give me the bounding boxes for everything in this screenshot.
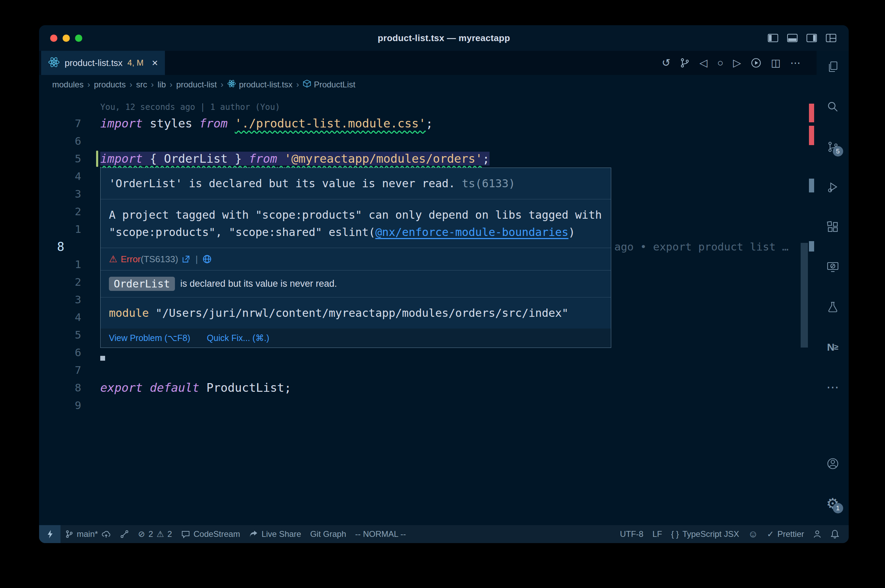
globe-icon[interactable] bbox=[203, 255, 212, 264]
search-icon[interactable] bbox=[825, 99, 840, 114]
run-file-icon[interactable] bbox=[751, 58, 761, 68]
breadcrumb-file[interactable]: product-list.tsx bbox=[227, 80, 293, 90]
open-changes-icon[interactable] bbox=[680, 58, 690, 68]
line-number[interactable]: 7 bbox=[39, 362, 91, 379]
remote-indicator[interactable] bbox=[39, 525, 60, 543]
line-number[interactable]: 9 bbox=[39, 397, 91, 414]
overview-error-mark bbox=[809, 104, 814, 122]
toggle-right-sidebar-icon[interactable] bbox=[807, 34, 817, 42]
line-number[interactable]: 8 bbox=[39, 238, 91, 256]
editor[interactable]: 76543218123456789 You, 12 seconds ago | … bbox=[39, 94, 817, 525]
account-icon[interactable] bbox=[825, 456, 840, 471]
hover-error-row: ⚠ Error(TS6133) | bbox=[101, 248, 611, 270]
vim-mode-indicator[interactable]: -- NORMAL -- bbox=[350, 525, 410, 543]
editor-actions: ↺ ◁ ○ ▷ ◫ ⋯ bbox=[662, 51, 801, 75]
line-number[interactable]: 2 bbox=[39, 273, 91, 291]
window-controls bbox=[50, 25, 82, 51]
braces-icon: { } bbox=[671, 530, 679, 538]
line-number[interactable]: 6 bbox=[39, 132, 91, 150]
breadcrumb-src[interactable]: src bbox=[136, 80, 147, 90]
breadcrumb-lib[interactable]: lib bbox=[158, 80, 166, 90]
quick-fix-link[interactable]: Quick Fix... (⌘.) bbox=[207, 333, 269, 343]
line-number[interactable]: 1 bbox=[39, 220, 91, 238]
code-line[interactable] bbox=[91, 397, 817, 414]
breadcrumb-modules[interactable]: modules bbox=[52, 80, 84, 90]
gutter-modified-indicator bbox=[96, 151, 98, 167]
run-debug-icon[interactable] bbox=[825, 179, 840, 195]
hover-resize-handle[interactable] bbox=[100, 356, 105, 361]
git-graph-status[interactable]: Git Graph bbox=[306, 525, 350, 543]
breadcrumb-product-list[interactable]: product-list bbox=[176, 80, 217, 90]
scm-badge: 5 bbox=[833, 146, 843, 156]
settings-gear-icon[interactable]: ⚙ 1 bbox=[825, 496, 840, 511]
line-number[interactable]: 5 bbox=[39, 326, 91, 344]
overview-error-mark bbox=[809, 126, 814, 145]
git-branch-status[interactable]: main* bbox=[60, 525, 116, 543]
split-editor-icon[interactable]: ◫ bbox=[771, 58, 781, 68]
toggle-left-sidebar-icon[interactable] bbox=[768, 34, 778, 42]
minimize-window-button[interactable] bbox=[63, 34, 70, 42]
breadcrumb-products[interactable]: products bbox=[94, 80, 126, 90]
code-line[interactable]: export default ProductList; bbox=[91, 379, 817, 397]
tab-close-icon[interactable]: × bbox=[152, 58, 158, 68]
codestream-status[interactable]: CodeStream bbox=[177, 525, 245, 543]
code-line[interactable] bbox=[91, 362, 817, 379]
line-number[interactable]: 6 bbox=[39, 344, 91, 362]
code-line[interactable]: import { OrderList } from '@myreactapp/m… bbox=[91, 150, 817, 168]
close-window-button[interactable] bbox=[50, 34, 57, 42]
remote-explorer-icon[interactable] bbox=[825, 260, 840, 274]
view-problem-link[interactable]: View Problem (⌥F8) bbox=[109, 333, 190, 343]
tab-product-list[interactable]: product-list.tsx 4, M × bbox=[41, 51, 165, 75]
live-share-status[interactable]: Live Share bbox=[244, 525, 306, 543]
more-actions-icon[interactable]: ⋯ bbox=[790, 58, 801, 68]
encoding-status[interactable]: UTF-8 bbox=[615, 525, 648, 543]
testing-beaker-icon[interactable] bbox=[825, 300, 840, 315]
line-number[interactable] bbox=[39, 97, 91, 115]
cloud-upload-icon bbox=[101, 530, 111, 538]
additional-views-icon[interactable]: ⋯ bbox=[825, 380, 840, 395]
next-change-icon[interactable]: ▷ bbox=[733, 58, 741, 68]
open-external-icon[interactable] bbox=[182, 255, 191, 264]
change-marker-icon[interactable]: ○ bbox=[717, 58, 723, 68]
language-mode-status[interactable]: { } TypeScript JSX bbox=[667, 525, 744, 543]
hover-message-row: OrderList is declared but its value is n… bbox=[101, 270, 611, 297]
code-line[interactable] bbox=[91, 132, 817, 150]
breadcrumb-separator: › bbox=[87, 80, 90, 90]
hover-widget: 'OrderList' is declared but its value is… bbox=[100, 168, 611, 348]
line-number[interactable]: 7 bbox=[39, 115, 91, 132]
code-line[interactable]: You, 12 seconds ago | 1 author (You) bbox=[91, 97, 817, 115]
line-number[interactable]: 8 bbox=[39, 379, 91, 397]
previous-change-icon[interactable]: ◁ bbox=[699, 58, 707, 68]
nx-console-icon[interactable]: N≥ bbox=[825, 340, 840, 355]
line-number[interactable]: 2 bbox=[39, 203, 91, 220]
line-number[interactable]: 4 bbox=[39, 309, 91, 326]
commit-graph-icon[interactable] bbox=[116, 525, 134, 543]
zoom-window-button[interactable] bbox=[75, 34, 82, 42]
customize-layout-icon[interactable] bbox=[826, 34, 836, 42]
line-number[interactable]: 3 bbox=[39, 291, 91, 309]
eslint-rule-link[interactable]: @nx/enforce-module-boundaries bbox=[376, 226, 569, 239]
problems-status[interactable]: ⊘ 2 ⚠ 2 bbox=[134, 525, 176, 543]
prettier-status[interactable]: ✓ Prettier bbox=[763, 525, 808, 543]
overview-info-mark bbox=[809, 241, 814, 252]
line-number[interactable]: 5 bbox=[39, 150, 91, 168]
explorer-icon[interactable] bbox=[825, 59, 840, 74]
code-line[interactable]: import styles from './product-list.modul… bbox=[91, 115, 817, 132]
extensions-icon[interactable] bbox=[825, 219, 840, 235]
toggle-panel-icon[interactable] bbox=[787, 34, 798, 42]
breadcrumb-symbol[interactable]: ProductList bbox=[303, 79, 355, 90]
vscode-window: product-list.tsx — myreactapp bbox=[39, 25, 849, 543]
person-icon[interactable] bbox=[808, 525, 826, 543]
notifications-bell-icon[interactable] bbox=[826, 525, 844, 543]
line-number[interactable]: 3 bbox=[39, 185, 91, 203]
line-number[interactable]: 4 bbox=[39, 168, 91, 185]
eol-status[interactable]: LF bbox=[648, 525, 667, 543]
scrollbar-slider[interactable] bbox=[801, 243, 808, 348]
feedback-smiley-icon[interactable]: ☺ bbox=[744, 525, 763, 543]
line-number[interactable]: 1 bbox=[39, 256, 91, 273]
tab-label: product-list.tsx bbox=[65, 58, 123, 68]
inline-blame-annotation: ago • export product list … bbox=[614, 238, 789, 256]
activity-bar: 5 N≥ ⋯ ⚙ bbox=[817, 51, 849, 525]
timeline-history-icon[interactable]: ↺ bbox=[662, 58, 670, 68]
source-control-icon[interactable]: 5 bbox=[825, 139, 840, 154]
